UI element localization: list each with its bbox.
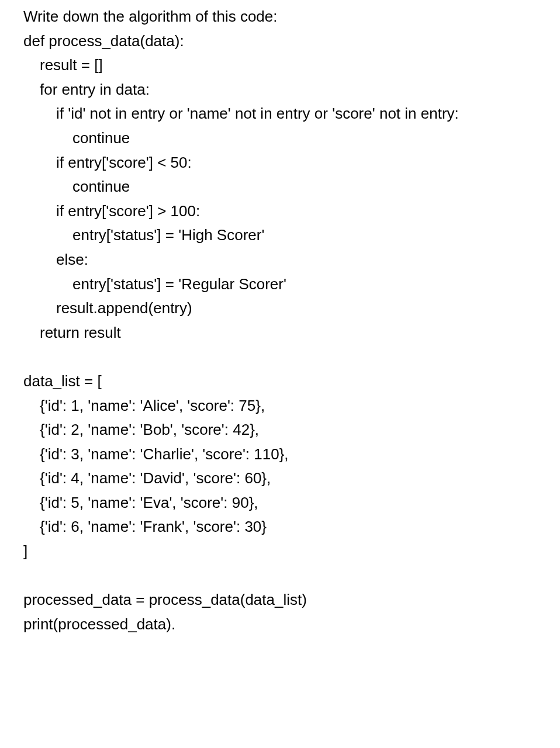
code-line: result = [] (23, 53, 537, 78)
code-line: {'id': 1, 'name': 'Alice', 'score': 75}, (23, 394, 537, 418)
code-line: def process_data(data): (23, 29, 537, 54)
code-line: for entry in data: (23, 78, 537, 102)
code-line: result.append(entry) (23, 296, 537, 321)
code-line: else: (23, 248, 537, 272)
code-line: {'id': 4, 'name': 'David', 'score': 60}, (23, 466, 537, 491)
code-line (23, 345, 537, 369)
code-line: if 'id' not in entry or 'name' not in en… (23, 102, 537, 126)
code-line: entry['status'] = 'High Scorer' (23, 223, 537, 248)
code-line: entry['status'] = 'Regular Scorer' (23, 272, 537, 297)
code-line: {'id': 5, 'name': 'Eva', 'score': 90}, (23, 491, 537, 515)
code-line: {'id': 6, 'name': 'Frank', 'score': 30} (23, 515, 537, 539)
code-content: Write down the algorithm of this code:de… (23, 5, 537, 636)
code-line: processed_data = process_data(data_list) (23, 588, 537, 612)
code-line: if entry['score'] < 50: (23, 151, 537, 175)
code-line: continue (23, 126, 537, 151)
code-line: if entry['score'] > 100: (23, 199, 537, 224)
code-line (23, 564, 537, 588)
code-line: {'id': 3, 'name': 'Charlie', 'score': 11… (23, 442, 537, 467)
code-line: {'id': 2, 'name': 'Bob', 'score': 42}, (23, 418, 537, 442)
code-line: ] (23, 539, 537, 564)
code-line: return result (23, 321, 537, 345)
code-line: print(processed_data). (23, 612, 537, 637)
code-line: data_list = [ (23, 369, 537, 394)
code-line: continue (23, 175, 537, 199)
code-line: Write down the algorithm of this code: (23, 5, 537, 29)
